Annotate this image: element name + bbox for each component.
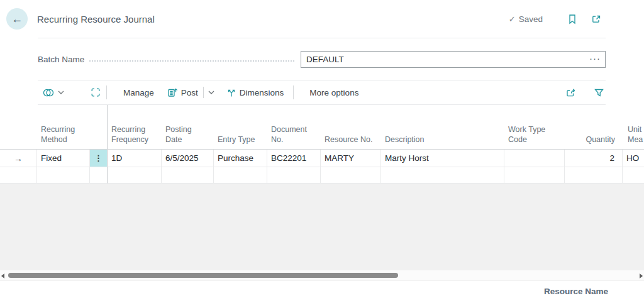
post-dropdown-button[interactable] [208,91,214,94]
save-status: ✓ Saved [509,14,543,24]
filter-button[interactable] [594,88,604,97]
chevron-down-icon [58,91,64,94]
post-label: Post [181,88,198,97]
manage-label: Manage [123,88,154,97]
cell-unit-of-measure[interactable]: HO [623,150,644,167]
batch-name-label: Batch Name [38,55,84,64]
cell-description[interactable]: Marty Horst [381,150,504,167]
post-icon [167,87,178,97]
dimensions-button[interactable]: Dimensions [226,88,284,97]
scroll-left-arrow[interactable] [1,273,4,278]
vertical-ellipsis-icon: ⋮ [94,153,103,163]
focus-mode-button[interactable] [91,87,101,97]
manage-button[interactable]: Manage [123,88,154,97]
empty-cell[interactable] [504,167,565,184]
journal-row-empty [0,167,644,184]
current-row-arrow-icon: → [14,153,23,163]
empty-cell[interactable] [381,167,504,184]
toolbar-right-actions [565,87,606,97]
action-toolbar: Manage Post Dimensions More options [38,80,606,105]
more-options-button[interactable]: More options [309,88,358,97]
row-context-menu-button[interactable]: ⋮ [90,150,108,167]
column-header-posting-date[interactable]: Posting Date [162,105,214,149]
empty-cell[interactable] [108,167,162,184]
horizontal-scrollbar[interactable] [0,270,644,281]
grid-background [0,184,644,270]
toolbar-divider [293,85,294,99]
title-bar: ← Recurring Resource Journal ✓ Saved [0,0,644,38]
empty-cell[interactable] [37,167,90,184]
chevron-down-icon [208,91,214,94]
back-arrow-icon: ← [11,13,23,25]
column-header-recurring-method[interactable]: Recurring Method [37,105,90,149]
empty-cell[interactable] [0,167,37,184]
back-button[interactable]: ← [6,8,28,30]
resource-name-label: Resource Name [544,287,608,296]
column-header-entry-type[interactable]: Entry Type [214,105,267,149]
row-selector-cell[interactable]: → [0,150,37,167]
dimensions-label: Dimensions [240,88,284,97]
save-status-label: Saved [519,14,543,24]
batch-name-row: Batch Name ··· [0,38,644,80]
bookmark-icon[interactable] [568,14,577,25]
column-header-unit-of-measure[interactable]: Unit Mea [623,105,644,149]
share-button[interactable] [565,87,577,97]
cell-posting-date[interactable]: 6/5/2025 [162,150,214,167]
views-icon [43,87,55,98]
column-header-recurring-frequency[interactable]: Recurring Frequency [108,105,162,149]
empty-cell[interactable] [565,167,623,184]
open-in-new-window-icon[interactable] [591,14,601,24]
check-icon: ✓ [509,14,516,24]
empty-cell[interactable] [267,167,321,184]
column-header-quantity[interactable]: Quantity [565,105,623,149]
column-header-resource-no[interactable]: Resource No. [321,105,381,149]
grid-header-row: Recurring Method Recurring Frequency Pos… [0,105,644,150]
cell-document-no[interactable]: BC22201 [267,150,321,167]
column-header-document-no[interactable]: Document No. [267,105,321,149]
post-button[interactable]: Post [167,87,198,97]
empty-cell[interactable] [321,167,381,184]
scrollbar-thumb[interactable] [8,273,398,278]
toolbar-divider [106,85,107,99]
share-icon [565,87,577,97]
cell-work-type-code[interactable] [504,150,565,167]
title-actions: ✓ Saved [509,14,601,25]
empty-cell[interactable] [90,167,108,184]
cell-recurring-method[interactable]: Fixed [37,150,90,167]
page-title: Recurring Resource Journal [37,14,155,25]
post-split-divider [203,87,204,98]
scroll-right-arrow[interactable] [640,273,643,278]
cell-quantity[interactable]: 2 [565,150,623,167]
batch-name-input[interactable] [301,51,606,68]
column-header-description[interactable]: Description [381,105,504,149]
batch-name-field: ··· [301,51,606,68]
focus-mode-icon [91,87,101,97]
batch-lookup-button[interactable]: ··· [589,53,601,63]
cell-resource-no[interactable]: MARTY [321,150,381,167]
empty-cell[interactable] [162,167,214,184]
column-header-work-type-code[interactable]: Work Type Code [504,105,565,149]
more-options-label: More options [309,88,358,97]
column-header-selector [0,105,37,149]
cell-recurring-frequency[interactable]: 1D [108,150,162,167]
journal-grid: Recurring Method Recurring Frequency Pos… [0,105,644,184]
empty-cell[interactable] [214,167,267,184]
cell-entry-type[interactable]: Purchase [214,150,267,167]
dimensions-icon [226,88,236,97]
journal-row: → Fixed ⋮ 1D 6/5/2025 Purchase BC22201 M… [0,150,644,167]
freeze-pane-divider [90,105,108,149]
dotted-leader [89,60,294,62]
empty-cell[interactable] [623,167,644,184]
filter-icon [594,88,604,97]
views-button[interactable] [43,87,64,98]
footer-area: Resource Name [0,281,644,303]
